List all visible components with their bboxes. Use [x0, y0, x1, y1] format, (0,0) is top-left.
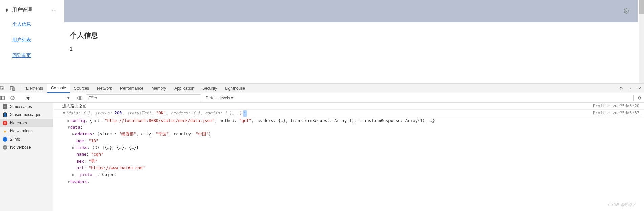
source-link[interactable]: Profile.vue?5da6:37 — [593, 110, 641, 117]
tab-lighthouse[interactable]: Lighthouse — [221, 84, 249, 93]
tab-console[interactable]: Console — [47, 84, 70, 93]
scrollbar-thumb[interactable] — [639, 0, 644, 14]
devtools: Elements Console Sources Network Perform… — [0, 84, 644, 211]
object-summary: {data: {…}, status: 200, statusText: "OK… — [66, 111, 242, 115]
separator — [21, 85, 21, 91]
live-expression-icon[interactable] — [74, 96, 86, 100]
expand-arrow-icon[interactable]: ▼ — [67, 178, 70, 185]
expand-arrow-icon[interactable]: ▶ — [72, 145, 75, 151]
clear-console-icon[interactable] — [10, 96, 20, 100]
source-link[interactable]: Profile.vue?5da6:20 — [593, 103, 641, 109]
console-row-links[interactable]: ▶links: (3) [{…}, {…}, {…}] — [53, 144, 644, 151]
verbose-icon: v — [3, 145, 7, 150]
sidebar-toggle-icon[interactable] — [0, 96, 10, 100]
tab-memory[interactable]: Memory — [148, 84, 170, 93]
content-area: 个人信息 1 — [62, 0, 644, 83]
tab-security[interactable]: Security — [198, 84, 221, 93]
separator — [633, 95, 634, 101]
expand-arrow-icon[interactable]: ▶ — [72, 172, 75, 178]
caret-right-icon — [6, 8, 8, 12]
console-row[interactable]: 进入路由之前 Profile.vue?5da6:20 — [53, 103, 644, 110]
console-settings-icon[interactable]: ⚙ — [635, 96, 644, 100]
log-levels-selector[interactable]: Default levels ▾ — [204, 94, 235, 101]
tab-performance[interactable]: Performance — [116, 84, 148, 93]
sidebar-root-user-mgmt[interactable]: 用户管理 ︿ — [0, 3, 62, 17]
context-selector[interactable]: top ▾ — [23, 94, 71, 101]
console-row-address[interactable]: ▶address: {street: "缇香郡", city: "宁波", co… — [53, 131, 644, 138]
expand-arrow-icon[interactable]: ▶ — [67, 118, 70, 124]
header-band — [64, 0, 638, 22]
settings-gear-icon[interactable]: ⚙ — [617, 86, 626, 91]
messages-icon: ≡ — [3, 104, 7, 109]
sidebar-link-home[interactable]: 回到首页 — [0, 48, 62, 63]
sidebar-item-label: 2 messages — [10, 104, 32, 109]
console-row-config[interactable]: ▶config: {url: "http://localhost:8080/st… — [53, 117, 644, 124]
sidebar-item-label: No verbose — [10, 145, 31, 150]
page-title: 个人信息 — [70, 30, 639, 40]
sidebar-warnings[interactable]: ▲No warnings — [0, 127, 53, 135]
error-icon: × — [3, 121, 7, 125]
separator — [22, 95, 22, 101]
svg-point-8 — [79, 97, 81, 99]
svg-rect-2 — [10, 86, 13, 90]
tab-sources[interactable]: Sources — [70, 84, 93, 93]
warning-icon: ▲ — [3, 129, 7, 133]
tab-network[interactable]: Network — [93, 84, 116, 93]
sidebar-item-label: 2 info — [10, 137, 20, 142]
devtools-tabbar: Elements Console Sources Network Perform… — [0, 84, 644, 93]
chevron-up-icon: ︿ — [52, 7, 56, 13]
separator — [72, 95, 72, 101]
sidebar-verbose[interactable]: vNo verbose — [0, 143, 53, 151]
console-sidebar: ≡2 messages 👤2 user messages ×No errors … — [0, 103, 53, 211]
page-value: 1 — [70, 46, 639, 52]
svg-point-0 — [626, 10, 627, 12]
console-row-age[interactable]: age: "18" — [53, 138, 644, 144]
app-area: 用户管理 ︿ 个人信息 用户列表 回到首页 个人信息 1 — [0, 0, 644, 84]
console-row-data[interactable]: ▼data: — [53, 124, 644, 131]
inspect-icon[interactable] — [0, 86, 10, 91]
console-row-object[interactable]: ▼{data: {…}, status: 200, statusText: "O… — [53, 110, 644, 117]
sidebar-user-messages[interactable]: 👤2 user messages — [0, 111, 53, 119]
more-icon[interactable]: ⋮ — [626, 86, 635, 91]
scrollbar-vertical[interactable] — [639, 0, 644, 83]
svg-line-7 — [12, 97, 14, 99]
page-body: 个人信息 1 — [62, 22, 644, 52]
expand-arrow-icon[interactable]: ▶ — [72, 131, 75, 137]
svg-rect-4 — [0, 96, 4, 100]
sidebar-item-label: No warnings — [10, 129, 33, 133]
caret-down-icon: ▾ — [67, 96, 69, 100]
tab-elements[interactable]: Elements — [22, 84, 47, 93]
context-value: top — [25, 96, 66, 100]
close-icon[interactable]: ✕ — [635, 86, 644, 91]
expand-arrow-icon[interactable]: ▼ — [62, 110, 66, 116]
console-row-proto[interactable]: ▶__proto__: Object — [53, 171, 644, 178]
expand-arrow-icon[interactable]: ▼ — [67, 124, 70, 130]
sidebar-item-label: No errors — [10, 121, 27, 125]
sidebar-link-profile[interactable]: 个人信息 — [0, 17, 62, 32]
console-row-url[interactable]: url: "https://www.baidu.com" — [53, 165, 644, 171]
sidebar-info[interactable]: i2 info — [0, 135, 53, 143]
console-row-name[interactable]: name: "cqh" — [53, 151, 644, 158]
sidebar-messages[interactable]: ≡2 messages — [0, 103, 53, 111]
info-badge[interactable]: i — [243, 110, 247, 117]
devtools-body: ≡2 messages 👤2 user messages ×No errors … — [0, 103, 644, 211]
gear-icon[interactable] — [624, 8, 629, 14]
watermark: CSDN @呀呀/ — [608, 202, 635, 208]
sidebar-errors[interactable]: ×No errors — [0, 119, 53, 127]
console-row-headers[interactable]: ▼headers: — [53, 178, 644, 185]
info-icon: i — [3, 137, 7, 142]
sidebar-root-label: 用户管理 — [12, 7, 32, 13]
user-icon: 👤 — [3, 112, 7, 117]
sidebar-item-label: 2 user messages — [10, 112, 41, 117]
log-text: 进入路由之前 — [62, 104, 87, 108]
filter-input[interactable] — [86, 94, 201, 101]
sidebar-link-userlist[interactable]: 用户列表 — [0, 32, 62, 48]
console-row-sex[interactable]: sex: "男" — [53, 158, 644, 165]
tab-application[interactable]: Application — [170, 84, 198, 93]
console-output[interactable]: 进入路由之前 Profile.vue?5da6:20 ▼{data: {…}, … — [53, 103, 644, 211]
console-toolbar: top ▾ Default levels ▾ ⚙ — [0, 93, 644, 103]
app-sidebar: 用户管理 ︿ 个人信息 用户列表 回到首页 — [0, 0, 62, 83]
device-toggle-icon[interactable] — [10, 86, 20, 91]
